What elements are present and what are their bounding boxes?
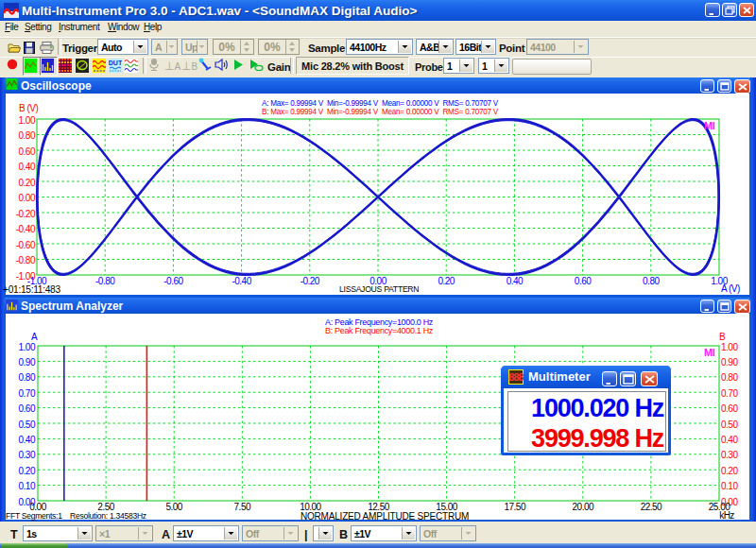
- svg-text:DUT: DUT: [109, 60, 122, 66]
- svg-text:888: 888: [508, 371, 524, 383]
